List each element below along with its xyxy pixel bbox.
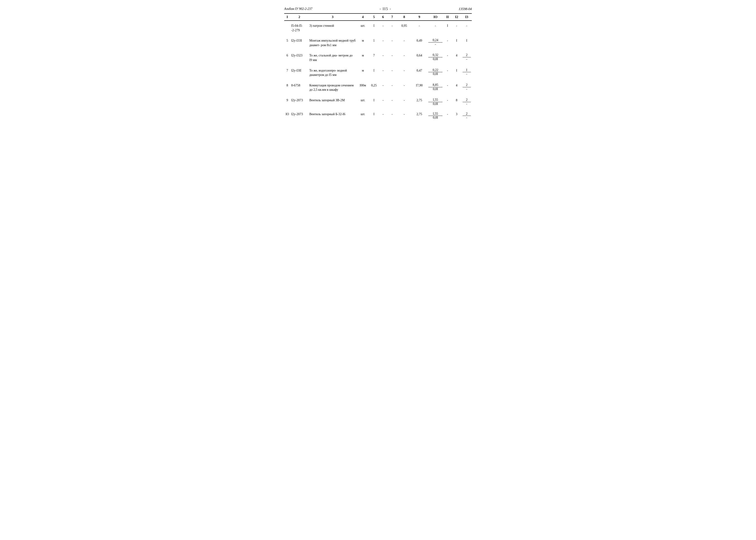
cell-col5: 1 bbox=[369, 34, 379, 49]
cell-col10: I,550,0I bbox=[427, 107, 444, 121]
cell-col11: - bbox=[444, 78, 452, 93]
cell-col6: - bbox=[379, 49, 387, 64]
col-header-4: 4 bbox=[357, 14, 369, 21]
cell-col10: 0,220,0I bbox=[427, 64, 444, 78]
cell-col9: 0,49 bbox=[411, 34, 427, 49]
table-row: 88-6758Коммутация проводом сечением до 2… bbox=[284, 78, 472, 93]
cell-description: Вентиль запорный Б-32-I6 bbox=[308, 107, 357, 121]
cell-col5: I bbox=[369, 107, 379, 121]
cell-col13: - bbox=[462, 21, 472, 34]
table-row: I5-04-П- -2-2793) патрон стеннойшт.I--0,… bbox=[284, 21, 472, 34]
cell-col7: - bbox=[387, 34, 397, 49]
cell-col9: - bbox=[411, 21, 427, 34]
cell-col11: I bbox=[444, 21, 452, 34]
cell-col5: I bbox=[369, 93, 379, 107]
cell-col7: - bbox=[387, 49, 397, 64]
cell-col10: 0,24- bbox=[427, 34, 444, 49]
cell-col8: - bbox=[397, 107, 411, 121]
main-table: I 2 3 4 5 6 7 8 9 IO II I2 I3 I5-04-П- -… bbox=[284, 13, 472, 121]
cell-col9: I7,90 bbox=[411, 78, 427, 93]
cell-col7: - bbox=[387, 78, 397, 93]
cell-col12: I bbox=[452, 64, 462, 78]
cell-col13: I- bbox=[462, 64, 472, 78]
cell-col6: - bbox=[379, 93, 387, 107]
cell-col6: - bbox=[379, 34, 387, 49]
cell-unit: I00м bbox=[357, 78, 369, 93]
cell-col6: - bbox=[379, 78, 387, 93]
cell-row-num: 7 bbox=[284, 64, 290, 78]
cell-col13: I bbox=[462, 34, 472, 49]
cell-col7: - bbox=[387, 64, 397, 78]
cell-col11: - bbox=[444, 34, 452, 49]
cell-col7: - bbox=[387, 21, 397, 34]
table-row: IOI2у-2073Вентиль запорный Б-32-I6шт.I--… bbox=[284, 107, 472, 121]
cell-row-num: 8 bbox=[284, 78, 290, 93]
cell-description: То же, стальной диа- метром до I9 мм bbox=[308, 49, 357, 64]
cell-col9: 0,64 bbox=[411, 49, 427, 64]
cell-col5: I bbox=[369, 21, 379, 34]
cell-col7: - bbox=[387, 93, 397, 107]
cell-row-num: 9 bbox=[284, 93, 290, 107]
cell-col8: 0,95 bbox=[397, 21, 411, 34]
cell-col9: 2,75 bbox=[411, 107, 427, 121]
cell-col9: 2,75 bbox=[411, 93, 427, 107]
cell-col13: 2- bbox=[462, 107, 472, 121]
col-header-6: 6 bbox=[379, 14, 387, 21]
cell-col8: - bbox=[397, 93, 411, 107]
cell-unit: м bbox=[357, 34, 369, 49]
col-header-13: I3 bbox=[462, 14, 472, 21]
page-header: Альбом ІУ 902-2-237 - ІІ5 - 13598-04 bbox=[284, 7, 472, 11]
cell-col6: - bbox=[379, 107, 387, 121]
cell-code: 8-6758 bbox=[290, 78, 308, 93]
cell-unit: шт. bbox=[357, 107, 369, 121]
cell-col7: - bbox=[387, 107, 397, 121]
cell-unit: шт. bbox=[357, 93, 369, 107]
col-header-7: 7 bbox=[387, 14, 397, 21]
cell-unit: м bbox=[357, 64, 369, 78]
cell-col8: - bbox=[397, 49, 411, 64]
cell-code: I2у-I3II bbox=[290, 64, 308, 78]
table-row: 5I2у-I33IМонтаж импульсной медной труб д… bbox=[284, 34, 472, 49]
cell-col10: - bbox=[427, 21, 444, 34]
cell-col12: - bbox=[452, 21, 462, 34]
cell-description: Вентиль запорный ЗВ-2М bbox=[308, 93, 357, 107]
col-header-5: 5 bbox=[369, 14, 379, 21]
cell-col11: - bbox=[444, 49, 452, 64]
col-header-2: 2 bbox=[290, 14, 308, 21]
cell-col8: - bbox=[397, 78, 411, 93]
cell-col8: - bbox=[397, 34, 411, 49]
cell-code: I2у-I323 bbox=[290, 49, 308, 64]
cell-col12: I bbox=[452, 34, 462, 49]
cell-col12: 4 bbox=[452, 49, 462, 64]
col-header-9: 9 bbox=[411, 14, 427, 21]
cell-col12: 8 bbox=[452, 93, 462, 107]
cell-col11: - bbox=[444, 93, 452, 107]
cell-col11: - bbox=[444, 64, 452, 78]
col-header-8: 8 bbox=[397, 14, 411, 21]
cell-col6: - bbox=[379, 64, 387, 78]
col-header-11: II bbox=[444, 14, 452, 21]
table-row: 7I2у-I3IIТо же, водогазопро- водной диам… bbox=[284, 64, 472, 78]
col-header-10: IO bbox=[427, 14, 444, 21]
cell-col8: - bbox=[397, 64, 411, 78]
table-row: 9I2у-2073Вентиль запорный ЗВ-2Мшт.I---2,… bbox=[284, 93, 472, 107]
cell-description: То же, водогазопро- водной диаметром до … bbox=[308, 64, 357, 78]
col-header-12: I2 bbox=[452, 14, 462, 21]
cell-code: I2у-2073 bbox=[290, 93, 308, 107]
header-center: - ІІ5 - bbox=[380, 7, 391, 11]
cell-col13: 2- bbox=[462, 93, 472, 107]
cell-unit: шт. bbox=[357, 21, 369, 34]
cell-col9: 0,47 bbox=[411, 64, 427, 78]
cell-description: 3) патрон стенной bbox=[308, 21, 357, 34]
cell-unit: м bbox=[357, 49, 369, 64]
cell-col5: 7 bbox=[369, 49, 379, 64]
header-right: 13598-04 bbox=[459, 7, 472, 11]
cell-row-num: 6 bbox=[284, 49, 290, 64]
cell-row-num: IO bbox=[284, 107, 290, 121]
cell-code: I2у-2073 bbox=[290, 107, 308, 121]
cell-col5: I bbox=[369, 64, 379, 78]
cell-row-num bbox=[284, 21, 290, 34]
cell-description: Монтаж импульсной медной труб диамет- ро… bbox=[308, 34, 357, 49]
cell-row-num: 5 bbox=[284, 34, 290, 49]
cell-col5: 0,25 bbox=[369, 78, 379, 93]
